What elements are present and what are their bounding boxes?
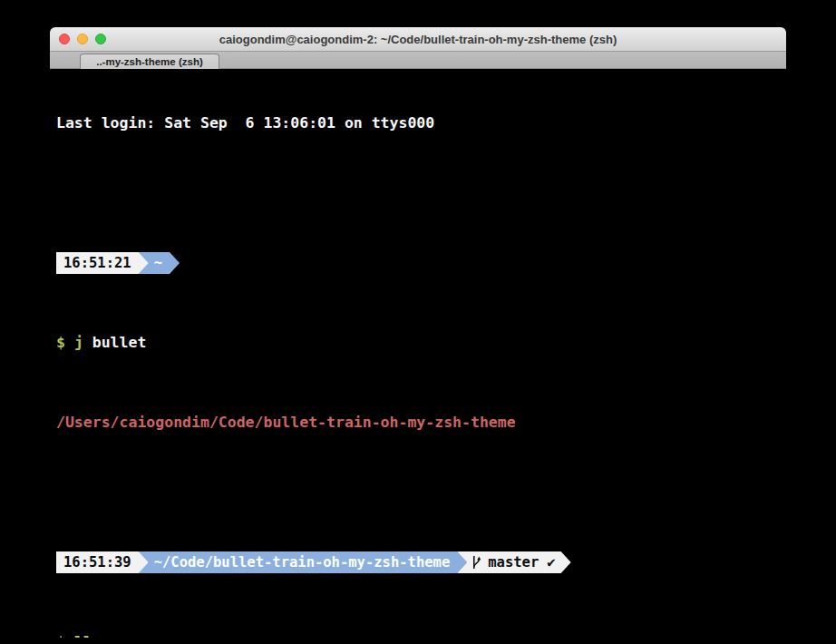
desktop: caiogondim@caiogondim-2: ~/Code/bullet-t… xyxy=(0,0,836,644)
prompt-directory-segment: ~/Code/bullet-train-oh-my-zsh-theme xyxy=(139,551,468,573)
command-text: ll xyxy=(74,633,92,638)
command-line-2: $ ll xyxy=(56,632,786,638)
tab-label: ..-my-zsh-theme (zsh) xyxy=(96,56,203,67)
terminal-window: caiogondim@caiogondim-2: ~/Code/bullet-t… xyxy=(50,27,786,638)
command-line-1: $ j bullet xyxy=(56,333,786,353)
space xyxy=(65,334,74,351)
prompt-line-1: 16:51:21 ~ xyxy=(56,252,786,274)
tab-bar: ..-my-zsh-theme (zsh) xyxy=(50,52,786,69)
git-clean-check-icon: ✔ xyxy=(547,552,555,572)
last-login-line: Last login: Sat Sep 6 13:06:01 on ttys00… xyxy=(56,113,786,133)
prompt-dollar: $ xyxy=(56,334,65,351)
prompt-dollar: $ xyxy=(56,633,65,638)
tab-my-zsh-theme[interactable]: ..-my-zsh-theme (zsh) xyxy=(80,54,219,69)
prompt-git-segment: master✔ xyxy=(457,551,570,573)
titlebar[interactable]: caiogondim@caiogondim-2: ~/Code/bullet-t… xyxy=(50,27,786,52)
command-args: bullet xyxy=(83,334,147,351)
git-branch-icon xyxy=(471,555,482,570)
minimize-button[interactable] xyxy=(77,34,88,44)
command-text: j xyxy=(74,334,83,351)
space xyxy=(65,633,74,638)
blank-line xyxy=(56,473,786,493)
window-title: caiogondim@caiogondim-2: ~/Code/bullet-t… xyxy=(50,33,786,46)
traffic-lights xyxy=(59,27,106,51)
command-output-path: /Users/caiogondim/Code/bullet-train-oh-m… xyxy=(56,413,786,433)
prompt-time-segment: 16:51:21 xyxy=(56,252,149,274)
zoom-button[interactable] xyxy=(95,34,106,44)
git-branch-name: master xyxy=(488,552,539,572)
prompt-line-2: 16:51:39 ~/Code/bullet-train-oh-my-zsh-t… xyxy=(56,551,786,573)
blank-line xyxy=(56,173,786,193)
terminal-content[interactable]: Last login: Sat Sep 6 13:06:01 on ttys00… xyxy=(50,69,786,638)
close-button[interactable] xyxy=(59,34,70,44)
prompt-time-segment: 16:51:39 xyxy=(56,551,149,573)
